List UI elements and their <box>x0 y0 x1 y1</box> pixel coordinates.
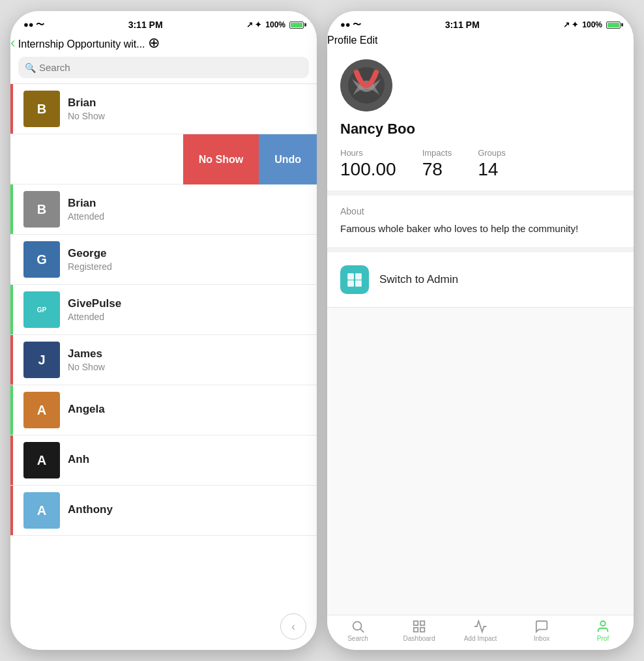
no-show-button[interactable]: No Show <box>183 134 259 184</box>
search-input[interactable] <box>18 57 309 78</box>
avatar: J <box>23 342 60 378</box>
hours-value: 100.00 <box>340 159 396 180</box>
list-item[interactable]: GP GivePulse Attended <box>10 285 317 335</box>
list-item[interactable]: B Brian Attended <box>10 184 317 235</box>
spacer <box>327 308 634 615</box>
add-button[interactable]: ⊕ <box>148 35 160 51</box>
list-item[interactable]: B Brian No Show <box>10 84 317 134</box>
svg-rect-10 <box>414 628 418 632</box>
svg-rect-2 <box>347 273 354 280</box>
status-indicator <box>10 235 13 284</box>
status-bar-left: ●● 〜 3:11 PM ↗ ✦ 100% <box>10 11 317 35</box>
nav-title-left: Internship Opportunity wit... <box>18 38 145 50</box>
profile-title: Profile <box>327 35 357 46</box>
list-item[interactable]: M man <box>10 134 186 184</box>
battery-icons-left: ↗ ✦ 100% <box>246 20 304 29</box>
signal-icons: ●● 〜 <box>23 19 44 31</box>
hours-label: Hours <box>340 148 396 158</box>
tab-add-impact[interactable]: Add Impact <box>450 619 511 642</box>
item-name: Brian <box>68 197 104 210</box>
impacts-label: Impacts <box>422 148 452 158</box>
item-status: Attended <box>68 312 121 322</box>
item-name: GivePulse <box>68 297 121 310</box>
avatar: A <box>23 442 60 478</box>
switch-admin-label: Switch to Admin <box>379 273 458 286</box>
battery-left <box>289 22 304 29</box>
svg-rect-11 <box>420 628 424 632</box>
time-left: 3:11 PM <box>128 20 163 30</box>
avatar: A <box>23 492 60 529</box>
impacts-value: 78 <box>422 159 452 180</box>
status-indicator <box>10 84 13 134</box>
search-icon: 🔍 <box>25 63 36 73</box>
about-section: About Famous whole baker who loves to he… <box>327 196 634 252</box>
item-name: James <box>68 347 105 360</box>
profile-stats: Hours 100.00 Impacts 78 Groups 14 <box>340 148 621 180</box>
status-indicator <box>10 385 13 435</box>
about-label: About <box>340 206 621 216</box>
switch-section: Switch to Admin <box>327 252 634 308</box>
scroll-hint-button[interactable]: ‹ <box>280 613 306 639</box>
item-name: Brian <box>68 96 105 110</box>
tab-bar: Search Dashboard Add Impact Inbox <box>327 615 634 650</box>
impacts-stat: Impacts 78 <box>422 148 452 180</box>
swipe-row: No Show Undo M man <box>10 134 317 184</box>
item-name: Anthony <box>68 503 113 516</box>
svg-point-12 <box>600 621 605 626</box>
svg-rect-4 <box>347 280 354 287</box>
avatar: G <box>23 241 60 278</box>
svg-rect-3 <box>355 273 362 280</box>
list-item[interactable]: G George Registered <box>10 235 317 285</box>
svg-rect-8 <box>414 621 418 625</box>
undo-button[interactable]: Undo <box>259 134 317 184</box>
right-phone: ●● 〜 3:11 PM ↗ ✦ 100% Profile Edit Nancy… <box>327 11 634 650</box>
list-item[interactable]: J James No Show <box>10 335 317 385</box>
avatar: GP <box>23 291 60 328</box>
status-bar-right: ●● 〜 3:11 PM ↗ ✦ 100% <box>327 11 634 35</box>
status-indicator <box>10 285 13 334</box>
nav-bar-left: ‹ Internship Opportunity wit... ⊕ <box>10 35 317 51</box>
status-indicator <box>10 184 13 234</box>
tab-add-impact-label: Add Impact <box>464 635 497 642</box>
tab-dashboard-label: Dashboard <box>403 635 435 642</box>
attendee-list: B Brian No Show No Show Undo M man <box>10 84 317 650</box>
tab-dashboard[interactable]: Dashboard <box>388 619 450 642</box>
signal-icons-right: ●● 〜 <box>340 19 361 31</box>
tab-profile-label: Prof <box>597 635 609 642</box>
avatar: A <box>23 392 60 428</box>
item-status: Attended <box>68 211 104 222</box>
status-indicator <box>10 335 13 385</box>
groups-stat: Groups 14 <box>478 148 506 180</box>
battery-icons-right: ↗ ✦ 100% <box>563 20 621 29</box>
swipe-actions: No Show Undo <box>183 134 317 184</box>
tab-search-label: Search <box>347 635 368 642</box>
back-button[interactable]: ‹ <box>10 35 15 51</box>
search-bar: 🔍 <box>10 51 317 84</box>
item-status: No Show <box>68 111 105 121</box>
svg-rect-9 <box>420 621 424 625</box>
time-right: 3:11 PM <box>445 20 480 30</box>
tab-search[interactable]: Search <box>327 619 388 642</box>
hours-stat: Hours 100.00 <box>340 148 396 180</box>
profile-name: Nancy Boo <box>340 121 621 138</box>
nav-bar-profile: Profile Edit <box>327 35 634 46</box>
battery-right <box>606 22 621 29</box>
switch-icon <box>340 265 369 294</box>
groups-label: Groups <box>478 148 506 158</box>
tab-profile[interactable]: Prof <box>572 619 634 642</box>
list-item[interactable]: A Anthony <box>10 486 317 536</box>
item-name: Anh <box>68 453 89 466</box>
list-item[interactable]: A Anh <box>10 435 317 486</box>
edit-button[interactable]: Edit <box>360 35 378 46</box>
svg-line-7 <box>360 629 364 632</box>
status-indicator <box>10 435 13 485</box>
item-name: George <box>68 247 112 260</box>
list-item[interactable]: A Angela <box>10 385 317 435</box>
item-status: No Show <box>68 362 105 372</box>
avatar: B <box>23 91 60 127</box>
avatar: B <box>23 191 60 228</box>
item-status: Registered <box>68 261 112 272</box>
status-indicator <box>10 486 13 535</box>
tab-inbox[interactable]: Inbox <box>511 619 572 642</box>
switch-admin-item[interactable]: Switch to Admin <box>340 260 621 299</box>
